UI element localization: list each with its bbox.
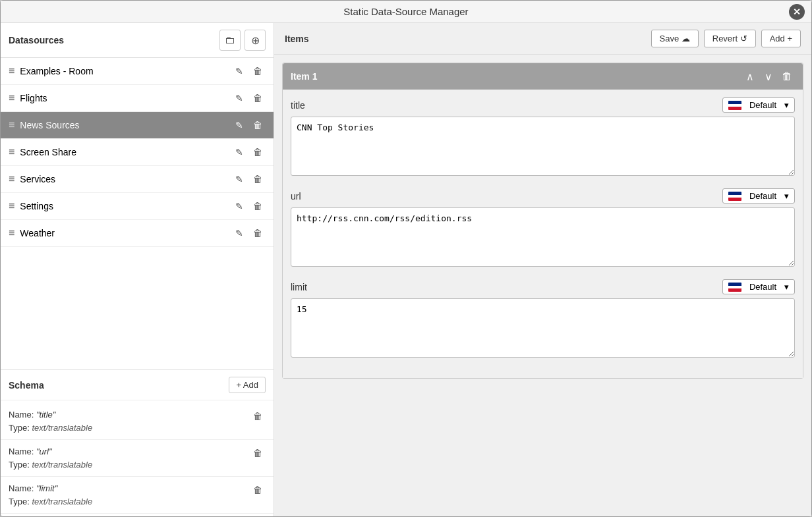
delete-icon[interactable]: 🗑 xyxy=(250,144,266,160)
delete-item-button[interactable]: 🗑 xyxy=(779,68,795,84)
content-header: Items Save ☁ Revert ↺ Add + xyxy=(274,23,811,55)
folder-icon: 🗀 xyxy=(225,34,235,46)
delete-schema-field-icon[interactable]: 🗑 xyxy=(250,482,266,498)
item-card-controls: ∧ ∨ 🗑 xyxy=(742,68,795,84)
edit-icon[interactable]: ✎ xyxy=(231,225,247,241)
sidebar: Datasources 🗀 ⊕ ≡ Examples - Room ✎ xyxy=(1,23,274,516)
lang-label: Default xyxy=(749,100,776,110)
add-icon: ⊕ xyxy=(251,34,260,47)
sidebar-header: Datasources 🗀 ⊕ xyxy=(1,23,274,58)
sidebar-item-label: Settings xyxy=(20,201,231,211)
close-button[interactable]: ✕ xyxy=(789,4,805,20)
sidebar-item-settings[interactable]: ≡ Settings ✎ 🗑 xyxy=(1,193,274,220)
field-header-limit: limit Default ▾ xyxy=(291,279,795,294)
chevron-down-icon: ▾ xyxy=(784,282,789,292)
modal: Static Data-Source Manager ✕ Datasources… xyxy=(0,0,812,517)
schema-field-type: text/translatable xyxy=(32,423,92,433)
lang-selector-url[interactable]: Default ▾ xyxy=(722,188,795,204)
item-actions: ✎ 🗑 xyxy=(231,198,266,214)
item-card-title: Item 1 xyxy=(291,71,317,82)
modal-header: Static Data-Source Manager ✕ xyxy=(1,1,811,23)
sidebar-item-label: Services xyxy=(20,174,231,184)
sidebar-item-services[interactable]: ≡ Services ✎ 🗑 xyxy=(1,166,274,193)
sidebar-item-label: Examples - Room xyxy=(20,66,231,76)
schema-add-button[interactable]: + Add xyxy=(229,377,266,393)
edit-icon[interactable]: ✎ xyxy=(231,63,247,79)
layers-icon: ≡ xyxy=(9,173,14,185)
layers-icon: ≡ xyxy=(9,200,14,212)
move-up-button[interactable]: ∧ xyxy=(742,68,758,84)
add-item-button[interactable]: Add + xyxy=(761,30,801,47)
modal-body: Datasources 🗀 ⊕ ≡ Examples - Room ✎ xyxy=(1,23,811,516)
schema-section: Schema + Add Name: "title" Type: text/tr… xyxy=(1,369,274,516)
field-header-title: title Default ▾ xyxy=(291,97,795,113)
sidebar-header-buttons: 🗀 ⊕ xyxy=(219,30,266,51)
edit-icon[interactable]: ✎ xyxy=(231,171,247,187)
add-datasource-button[interactable]: ⊕ xyxy=(245,30,266,51)
items-title: Items xyxy=(285,34,309,44)
item-actions: ✎ 🗑 xyxy=(231,63,266,79)
field-row-limit: limit Default ▾ 15 xyxy=(291,279,795,360)
field-label-url: url xyxy=(291,191,301,202)
flag-icon xyxy=(728,192,741,201)
sidebar-item-weather[interactable]: ≡ Weather ✎ 🗑 xyxy=(1,220,274,247)
item-card-1: Item 1 ∧ ∨ 🗑 title xyxy=(282,63,803,379)
lang-selector-title[interactable]: Default ▾ xyxy=(722,97,795,113)
schema-items: Name: "title" Type: text/translatable 🗑 … xyxy=(1,400,274,516)
move-down-button[interactable]: ∨ xyxy=(761,68,776,84)
lang-selector-limit[interactable]: Default ▾ xyxy=(722,279,795,294)
sidebar-item-news-sources[interactable]: ≡ News Sources ✎ 🗑 xyxy=(1,112,274,139)
schema-field-type-label: Type: xyxy=(9,423,32,433)
schema-field-limit: Name: "limit" Type: text/translatable 🗑 xyxy=(1,477,274,514)
schema-title: Schema xyxy=(9,380,44,391)
delete-icon[interactable]: 🗑 xyxy=(250,117,266,133)
edit-icon[interactable]: ✎ xyxy=(231,144,247,160)
lang-label: Default xyxy=(749,282,776,292)
field-input-limit[interactable]: 15 xyxy=(291,298,795,358)
save-button[interactable]: Save ☁ xyxy=(651,30,699,47)
schema-field-title: Name: "title" Type: text/translatable 🗑 xyxy=(1,403,274,440)
item-actions: ✎ 🗑 xyxy=(231,117,266,133)
item-actions: ✎ 🗑 xyxy=(231,225,266,241)
delete-icon[interactable]: 🗑 xyxy=(250,225,266,241)
field-label-title: title xyxy=(291,100,305,111)
field-header-url: url Default ▾ xyxy=(291,188,795,204)
item-card-header: Item 1 ∧ ∨ 🗑 xyxy=(283,63,803,90)
delete-icon[interactable]: 🗑 xyxy=(250,171,266,187)
flag-icon xyxy=(728,101,741,110)
delete-icon[interactable]: 🗑 xyxy=(250,63,266,79)
delete-schema-field-icon[interactable]: 🗑 xyxy=(250,408,266,424)
edit-icon[interactable]: ✎ xyxy=(231,198,247,214)
schema-field-name: "title" xyxy=(36,410,55,420)
sidebar-item-flights[interactable]: ≡ Flights ✎ 🗑 xyxy=(1,85,274,112)
sidebar-item-label: Screen Share xyxy=(20,147,231,157)
delete-icon[interactable]: 🗑 xyxy=(250,90,266,106)
layers-icon: ≡ xyxy=(9,92,14,104)
field-input-url[interactable]: http://rss.cnn.com/rss/edition.rss xyxy=(291,207,795,267)
schema-field-type-label: Type: xyxy=(9,460,32,470)
item-actions: ✎ 🗑 xyxy=(231,144,266,160)
schema-field-name: "url" xyxy=(36,447,52,456)
sidebar-item-label: News Sources xyxy=(20,120,231,130)
schema-field-type-label: Type: xyxy=(9,497,32,506)
chevron-down-icon: ▾ xyxy=(784,100,789,110)
schema-field-type: text/translatable xyxy=(32,497,92,506)
item-actions: ✎ 🗑 xyxy=(231,171,266,187)
delete-icon[interactable]: 🗑 xyxy=(250,198,266,214)
schema-field-url: Name: "url" Type: text/translatable 🗑 xyxy=(1,440,274,477)
field-row-title: title Default ▾ CNN Top Stories xyxy=(291,97,795,178)
sidebar-item-examples-room[interactable]: ≡ Examples - Room ✎ 🗑 xyxy=(1,58,274,85)
delete-schema-field-icon[interactable]: 🗑 xyxy=(250,445,266,461)
layers-icon: ≡ xyxy=(9,227,14,239)
content-area: Items Save ☁ Revert ↺ Add + Item 1 ∧ ∨ xyxy=(274,23,811,516)
add-folder-button[interactable]: 🗀 xyxy=(219,30,241,51)
datasources-title: Datasources xyxy=(9,35,64,45)
schema-field-type: text/translatable xyxy=(32,460,92,470)
edit-icon[interactable]: ✎ xyxy=(231,117,247,133)
items-list: Item 1 ∧ ∨ 🗑 title xyxy=(274,55,811,516)
edit-icon[interactable]: ✎ xyxy=(231,90,247,106)
revert-button[interactable]: Revert ↺ xyxy=(704,30,756,47)
sidebar-item-screen-share[interactable]: ≡ Screen Share ✎ 🗑 xyxy=(1,139,274,166)
field-row-url: url Default ▾ http://rss.cnn.com/rss/edi… xyxy=(291,188,795,269)
field-input-title[interactable]: CNN Top Stories xyxy=(291,117,795,176)
